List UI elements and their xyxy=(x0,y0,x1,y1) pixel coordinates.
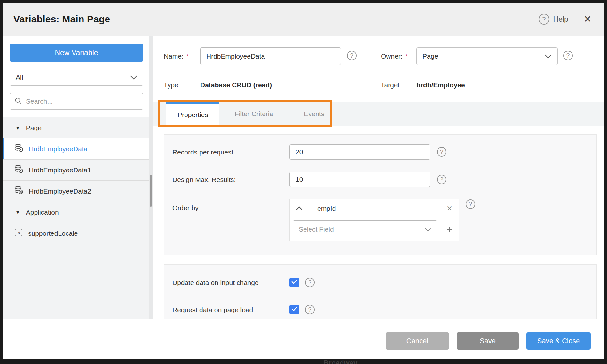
dialog-footer: Cancel Save Save & Close xyxy=(3,319,604,359)
tree-item-label: HrdbEmployeeData2 xyxy=(29,187,91,195)
target-value: hrdb/Employee xyxy=(416,81,465,89)
records-per-request-label: Records per request xyxy=(172,148,233,156)
tree-item-hrdbemployeedata2[interactable]: HrdbEmployeeData2 xyxy=(3,181,149,202)
help-button[interactable]: ? Help xyxy=(539,14,568,25)
help-icon: ? xyxy=(539,14,549,25)
request-on-page-load-label: Request data on page load xyxy=(172,306,253,314)
order-by-field-value: empId xyxy=(309,199,440,218)
chevron-down-icon xyxy=(130,74,137,81)
remove-order-field-button[interactable]: ✕ xyxy=(440,199,459,218)
tree-item-label: HrdbEmployeeData xyxy=(29,145,87,153)
chevron-down-icon xyxy=(425,226,431,233)
chevron-down-icon xyxy=(545,52,552,60)
owner-help-icon[interactable]: ? xyxy=(563,51,573,60)
selected-indicator xyxy=(3,138,4,159)
database-crud-variable-icon xyxy=(14,186,24,197)
sort-direction-button[interactable] xyxy=(290,199,309,218)
tab-events[interactable]: Events xyxy=(288,102,340,126)
required-marker: * xyxy=(405,52,408,60)
svg-text:x: x xyxy=(17,230,20,235)
add-order-field-button[interactable]: + xyxy=(440,218,459,241)
variable-filter-select[interactable]: All xyxy=(10,69,143,86)
properties-section-behavior: Update data on input change ? Request da… xyxy=(164,264,597,319)
close-icon[interactable]: ✕ xyxy=(584,14,592,24)
checkmark-icon xyxy=(291,306,297,313)
select-field-placeholder: Select Field xyxy=(299,226,334,233)
variable-filter-value: All xyxy=(16,74,23,81)
cancel-button[interactable]: Cancel xyxy=(386,332,449,350)
tree-group-label: Application xyxy=(26,209,59,216)
owner-label: Owner:* xyxy=(381,52,408,60)
order-by-help-icon[interactable]: ? xyxy=(466,199,475,209)
chevron-up-icon xyxy=(296,206,303,211)
required-marker: * xyxy=(186,52,189,60)
tree-item-label: supportedLocale xyxy=(28,230,78,237)
database-crud-variable-icon xyxy=(14,164,24,176)
update-on-input-change-help-icon[interactable]: ? xyxy=(305,278,315,287)
checkmark-icon xyxy=(291,279,297,286)
variables-tree: ▼ Page HrdbEmployeeData HrdbEmployeeData… xyxy=(3,117,149,319)
collapse-triangle-icon: ▼ xyxy=(15,125,20,131)
sidebar-divider xyxy=(149,36,153,319)
variable-search xyxy=(10,93,143,110)
records-help-icon[interactable]: ? xyxy=(437,147,446,157)
variables-dialog: Variables: Main Page ? Help ✕ New Variab… xyxy=(3,3,604,359)
dialog-title: Variables: Main Page xyxy=(13,14,110,25)
select-field-dropdown[interactable]: Select Field xyxy=(293,220,437,238)
design-max-results-input[interactable] xyxy=(289,172,430,187)
tree-item-label: HrdbEmployeeData1 xyxy=(29,166,91,174)
owner-select[interactable]: Page xyxy=(416,47,558,65)
target-label: Target: xyxy=(381,81,401,89)
type-label: Type: xyxy=(164,81,180,89)
variables-sidebar: New Variable All ▼ Page HrdbE xyxy=(3,36,149,319)
request-on-page-load-help-icon[interactable]: ? xyxy=(305,305,315,314)
tab-properties[interactable]: Properties xyxy=(166,102,219,126)
order-by-widget: empId ✕ Select Field + xyxy=(289,199,459,241)
variable-detail-panel: Name:* ? Owner:* Page ? Type: Database C… xyxy=(153,36,604,319)
new-variable-button[interactable]: New Variable xyxy=(10,44,143,62)
background-page-text: Broadway xyxy=(324,359,388,364)
collapse-triangle-icon: ▼ xyxy=(15,210,20,215)
tree-item-hrdbemployeedata1[interactable]: HrdbEmployeeData1 xyxy=(3,160,149,181)
order-by-label: Order by: xyxy=(172,204,201,212)
design-max-help-icon[interactable]: ? xyxy=(437,175,446,184)
search-input[interactable] xyxy=(26,98,138,105)
database-crud-variable-icon xyxy=(14,143,24,154)
properties-section-data: Records per request ? Design Max. Result… xyxy=(164,134,597,255)
tree-group-page[interactable]: ▼ Page xyxy=(3,117,149,138)
name-label: Name:* xyxy=(164,52,189,60)
tab-filter-criteria[interactable]: Filter Criteria xyxy=(219,102,288,126)
search-icon xyxy=(14,97,22,106)
sidebar-scrollbar-thumb[interactable] xyxy=(150,175,152,207)
owner-value: Page xyxy=(422,52,438,60)
tree-group-label: Page xyxy=(26,124,42,132)
tab-bar: Properties Filter Criteria Events xyxy=(153,102,604,126)
order-by-row: empId ✕ xyxy=(290,199,459,218)
request-on-page-load-checkbox[interactable] xyxy=(289,305,299,314)
type-value: Database CRUD (read) xyxy=(200,81,272,89)
tree-item-supportedlocale[interactable]: x supportedLocale xyxy=(3,223,149,244)
tree-group-application[interactable]: ▼ Application xyxy=(3,202,149,223)
save-button[interactable]: Save xyxy=(457,332,519,350)
tree-item-hrdbemployeedata[interactable]: HrdbEmployeeData xyxy=(3,138,149,160)
add-order-field-row: Select Field + xyxy=(290,218,459,241)
save-and-close-button[interactable]: Save & Close xyxy=(526,332,591,350)
static-variable-icon: x xyxy=(14,228,23,239)
dialog-header: Variables: Main Page ? Help ✕ xyxy=(3,3,604,36)
update-on-input-change-checkbox[interactable] xyxy=(289,278,299,287)
design-max-results-label: Design Max. Results: xyxy=(172,176,236,184)
update-on-input-change-label: Update data on input change xyxy=(172,279,259,287)
records-per-request-input[interactable] xyxy=(289,144,430,160)
help-label: Help xyxy=(553,15,568,24)
name-input[interactable] xyxy=(200,47,341,65)
name-help-icon[interactable]: ? xyxy=(347,51,357,60)
